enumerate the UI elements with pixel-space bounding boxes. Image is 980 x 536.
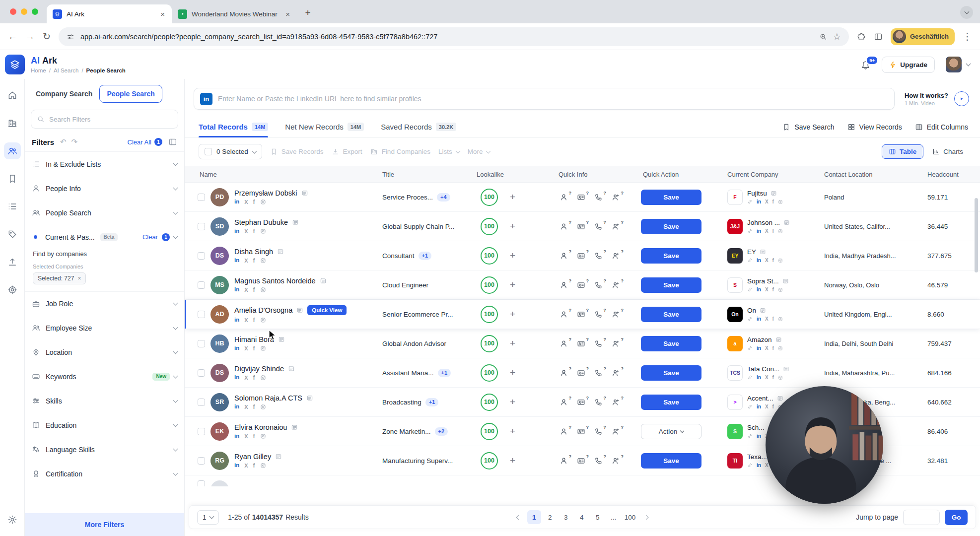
title-badge[interactable]: +4 — [437, 193, 450, 201]
reveal-phone-icon[interactable]: ? — [594, 281, 603, 289]
x-icon[interactable]: X — [244, 229, 248, 234]
company-x-icon[interactable]: X — [765, 463, 769, 468]
company-note-icon[interactable] — [775, 336, 782, 343]
view-records-button[interactable]: View Records — [847, 123, 902, 131]
linkedin-icon[interactable]: in — [234, 258, 239, 264]
linkedin-search[interactable]: in — [194, 88, 895, 110]
company-facebook-icon[interactable]: f — [772, 287, 774, 292]
more-filters-button[interactable]: More Filters — [25, 513, 184, 536]
instagram-icon[interactable] — [260, 317, 266, 323]
chevron-down-icon[interactable] — [966, 62, 971, 67]
company-x-icon[interactable]: X — [765, 258, 769, 263]
reveal-profile-icon[interactable]: ? — [560, 193, 568, 201]
app-logo[interactable] — [5, 55, 25, 74]
quick-action-button[interactable]: Save — [641, 190, 701, 205]
company-facebook-icon[interactable]: f — [772, 228, 774, 234]
instagram-icon[interactable] — [260, 345, 266, 351]
company-link-icon[interactable] — [747, 199, 753, 204]
reveal-phone-icon[interactable]: ? — [594, 222, 603, 231]
linkedin-search-input[interactable] — [218, 95, 888, 103]
clear-filter-button[interactable]: Clear — [142, 233, 158, 241]
reveal-profile-icon[interactable]: ? — [560, 310, 568, 319]
instagram-icon[interactable] — [260, 463, 266, 469]
company-name[interactable]: Johnson ... — [747, 219, 780, 226]
company-linkedin-icon[interactable]: in — [757, 287, 761, 292]
company-link-icon[interactable] — [747, 433, 753, 439]
linkedin-icon[interactable]: in — [234, 375, 239, 381]
save-records-button[interactable]: Save Records — [270, 148, 324, 155]
address-bar[interactable]: app.ai-ark.com/search/people?people_comp… — [59, 27, 849, 46]
facebook-icon[interactable]: f — [253, 287, 255, 293]
reveal-social-icon[interactable]: ? — [612, 427, 620, 436]
column-header-lookalike[interactable]: Lookalike — [473, 171, 555, 178]
company-linkedin-icon[interactable]: in — [757, 258, 761, 263]
page-button-3[interactable]: 3 — [559, 510, 573, 524]
selected-count-control[interactable]: 0 Selected — [199, 144, 262, 159]
company-facebook-icon[interactable]: f — [772, 316, 774, 322]
x-icon[interactable]: X — [244, 346, 248, 351]
x-icon[interactable]: X — [244, 318, 248, 323]
fullscreen-window-button[interactable] — [32, 8, 38, 15]
undo-icon[interactable]: ↶ — [60, 137, 67, 146]
quick-action-button[interactable]: Save — [641, 219, 701, 234]
company-note-icon[interactable] — [782, 278, 789, 284]
back-button[interactable]: ← — [8, 31, 17, 42]
reveal-email-icon[interactable]: ? — [577, 222, 585, 231]
company-instagram-icon[interactable] — [778, 346, 783, 351]
company-instagram-icon[interactable] — [778, 258, 783, 263]
quick-action-button[interactable]: Save — [641, 336, 701, 351]
add-lookalike-button[interactable]: + — [510, 367, 515, 378]
table-row[interactable]: SD Stephan Dubuke in X f — [185, 212, 980, 241]
company-linkedin-icon[interactable]: in — [757, 433, 761, 439]
instagram-icon[interactable] — [260, 258, 266, 264]
reveal-email-icon[interactable]: ? — [577, 193, 585, 201]
sidebar-home-icon[interactable] — [4, 87, 21, 104]
save-search-button[interactable]: Save Search — [782, 123, 834, 131]
table-row[interactable]: MS Magnus Santos Nordeide in X — [185, 270, 980, 300]
company-linkedin-icon[interactable]: in — [757, 228, 761, 234]
company-facebook-icon[interactable]: f — [772, 258, 774, 263]
reveal-phone-icon[interactable]: ? — [594, 252, 603, 260]
sidebar-lists-icon[interactable] — [4, 198, 21, 215]
extensions-icon[interactable] — [857, 32, 866, 41]
forward-button[interactable]: → — [25, 31, 35, 42]
linkedin-icon[interactable]: in — [234, 199, 239, 205]
reload-button[interactable]: ↻ — [43, 31, 51, 42]
filter-section-location[interactable]: Location — [25, 340, 184, 364]
instagram-icon[interactable] — [260, 228, 266, 234]
sidebar-tags-icon[interactable] — [4, 226, 21, 243]
company-linkedin-icon[interactable]: in — [757, 463, 761, 468]
company-name[interactable]: On — [747, 307, 756, 314]
row-checkbox[interactable] — [198, 311, 205, 318]
company-x-icon[interactable]: X — [765, 345, 769, 351]
person-name[interactable]: Elvira Koronaiou — [234, 423, 287, 431]
column-header-contact-location[interactable]: Contact Location — [820, 171, 923, 178]
company-name[interactable]: EY — [747, 248, 756, 256]
add-lookalike-button[interactable]: + — [510, 309, 515, 320]
row-checkbox[interactable] — [198, 194, 205, 201]
facebook-icon[interactable]: f — [253, 375, 255, 381]
add-lookalike-button[interactable]: + — [510, 279, 515, 290]
filter-section-keywords[interactable]: Keywords New — [25, 364, 184, 389]
instagram-icon[interactable] — [260, 433, 266, 439]
filter-search[interactable] — [31, 110, 178, 129]
prev-page-button[interactable] — [512, 511, 525, 524]
reveal-social-icon[interactable]: ? — [612, 310, 620, 319]
find-companies-button[interactable]: Find Companies — [370, 148, 430, 155]
quick-action-button[interactable]: Save — [641, 277, 701, 293]
company-x-icon[interactable]: X — [765, 199, 769, 204]
sidebar-enrichment-icon[interactable] — [4, 281, 21, 298]
company-x-icon[interactable]: X — [765, 287, 769, 292]
profile-note-icon[interactable] — [301, 190, 308, 197]
reveal-profile-icon[interactable]: ? — [560, 398, 568, 406]
company-link-icon[interactable] — [747, 375, 753, 380]
company-linkedin-icon[interactable]: in — [757, 199, 761, 204]
profile-note-icon[interactable] — [288, 365, 295, 372]
x-icon[interactable]: X — [244, 463, 248, 469]
company-link-icon[interactable] — [747, 228, 753, 234]
site-settings-icon[interactable] — [67, 33, 74, 41]
company-x-icon[interactable]: X — [765, 375, 769, 380]
notifications-button[interactable]: 9+ — [860, 60, 871, 70]
page-button-5[interactable]: 5 — [591, 510, 605, 524]
reveal-email-icon[interactable]: ? — [577, 427, 585, 436]
